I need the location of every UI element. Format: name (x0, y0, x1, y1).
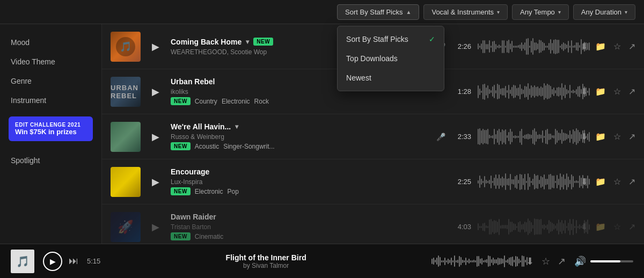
sidebar-item-mood[interactable]: Mood (0, 33, 101, 52)
share-icon[interactable]: ↗ (628, 177, 635, 187)
star-icon[interactable]: ☆ (613, 177, 621, 187)
download-icon[interactable]: ⬇ (581, 177, 588, 187)
folder-icon[interactable]: 📁 (595, 86, 606, 97)
track-thumbnail (111, 122, 141, 152)
share-icon[interactable]: ↗ (628, 41, 635, 52)
track-actions: ⬇ 📁 ☆ ↗ (581, 222, 635, 232)
sidebar-item-genre[interactable]: Genre (0, 71, 101, 91)
player-skip-button[interactable]: ⏭ (69, 255, 78, 267)
new-badge: NEW (171, 187, 191, 195)
star-icon[interactable]: ☆ (613, 222, 621, 232)
sidebar-label-mood: Mood (11, 38, 30, 47)
duration-label: Any Duration (581, 8, 621, 16)
player-track-info: Flight of the Inner Bird by Sivan Talmor (109, 253, 423, 269)
vocal-chevron-icon: ▾ (497, 9, 500, 15)
track-actions: ⬇ 📁 ☆ ↗ (581, 86, 635, 97)
tag[interactable]: Pop (228, 187, 239, 196)
sidebar-item-instrument[interactable]: Instrument (0, 91, 101, 110)
track-duration: 4:03 (452, 223, 471, 231)
player-download-icon[interactable]: ⬇ (526, 255, 534, 267)
duration-button[interactable]: Any Duration ▾ (573, 4, 635, 20)
share-icon[interactable]: ↗ (628, 131, 635, 142)
sidebar-label-video-theme: Video Theme (11, 57, 55, 66)
tag[interactable]: Country (195, 97, 217, 106)
track-duration: 2:33 (452, 133, 471, 141)
track-tags: NEW Country Electronic Rock (171, 97, 445, 106)
waveform[interactable] (478, 36, 574, 57)
track-row: ▶ Encourage Lux-Inspira NEW Electronic P… (102, 159, 644, 204)
play-button[interactable]: ▶ (147, 83, 164, 100)
dropdown-item-newest[interactable]: Newest (338, 68, 444, 87)
sidebar-label-instrument: Instrument (11, 96, 46, 105)
track-artist: Russo & Weinberg (171, 133, 430, 141)
volume-control: 🔊 (574, 255, 633, 267)
player-play-button[interactable]: ▶ (43, 252, 62, 271)
tempo-button[interactable]: Any Tempo ▾ (512, 4, 569, 20)
star-icon[interactable]: ☆ (613, 86, 621, 97)
tag[interactable]: Electronic (222, 97, 250, 106)
play-button[interactable]: ▶ (147, 38, 164, 55)
download-icon[interactable]: ⬇ (581, 86, 588, 97)
player-actions: ⬇ ☆ ↗ (526, 255, 566, 267)
player-track-artist: by Sivan Talmor (109, 262, 423, 269)
tempo-chevron-icon: ▾ (558, 9, 561, 15)
volume-fill (590, 260, 620, 262)
track-info: Encourage Lux-Inspira NEW Electronic Pop (171, 167, 445, 196)
track-artist: ikoliks (171, 88, 188, 96)
player-waveform[interactable] (431, 253, 517, 270)
volume-icon[interactable]: 🔊 (574, 255, 586, 267)
play-button[interactable]: ▶ (147, 128, 164, 145)
folder-icon[interactable]: 📁 (595, 131, 606, 142)
play-button[interactable]: ▶ (147, 173, 164, 191)
track-actions: ⬇ 📁 ☆ ↗ (581, 177, 635, 187)
sort-by-button[interactable]: Sort By Staff Picks ▲ (337, 4, 419, 20)
player-star-icon[interactable]: ☆ (541, 255, 550, 267)
waveform[interactable] (478, 126, 574, 148)
star-icon[interactable]: ☆ (613, 131, 621, 142)
folder-icon[interactable]: 📁 (595, 177, 606, 187)
dropdown-item-staff-picks[interactable]: Sort By Staff Picks ✓ (338, 30, 444, 49)
share-icon[interactable]: ↗ (628, 222, 635, 232)
waveform[interactable] (478, 216, 574, 238)
tag[interactable]: Singer-Songwrit... (223, 142, 274, 151)
player-share-icon[interactable]: ↗ (558, 255, 566, 267)
vocal-icon[interactable]: 🎤 (436, 133, 445, 141)
new-badge: NEW (171, 97, 191, 105)
tag[interactable]: Electronic (195, 187, 223, 196)
download-icon[interactable]: ⬇ (581, 222, 588, 232)
folder-icon[interactable]: 📁 (595, 222, 606, 232)
tag[interactable]: Rock (254, 97, 269, 106)
download-icon[interactable]: ⬇ (581, 131, 588, 142)
dropdown-label-2: Top Downloads (346, 54, 398, 63)
waveform[interactable] (478, 81, 574, 103)
track-duration: 2:25 (452, 178, 471, 186)
dropdown-item-top-downloads[interactable]: Top Downloads (338, 49, 444, 68)
expand-icon[interactable]: ▾ (246, 38, 249, 46)
share-icon[interactable]: ↗ (628, 86, 635, 97)
expand-icon[interactable]: ▾ (235, 123, 238, 130)
main-content: Mood Video Theme Genre Instrument EDIT C… (0, 24, 644, 244)
player-track-name: Flight of the Inner Bird (109, 253, 423, 262)
volume-slider[interactable] (590, 260, 633, 262)
track-thumbnail (111, 167, 141, 197)
folder-icon[interactable]: 📁 (595, 41, 606, 52)
spotlight-label: Spotlight (0, 148, 101, 169)
challenge-subtitle: Win $75K in prizes (15, 128, 86, 136)
track-name: Dawn Raider (171, 213, 445, 221)
tag[interactable]: Acoustic (195, 142, 219, 151)
edit-challenge-banner[interactable]: EDIT CHALLENGE 2021 Win $75K in prizes (9, 116, 93, 141)
track-thumbnail: 🎵 (111, 32, 141, 62)
track-duration: 2:26 (452, 42, 471, 50)
download-icon[interactable]: ⬇ (581, 41, 588, 52)
play-button[interactable]: ▶ (147, 218, 164, 236)
track-info: We're All Havin... ▾ Russo & Weinberg NE… (171, 122, 430, 151)
track-thumbnail: 🚀 (111, 212, 141, 242)
track-name: Encourage (171, 167, 445, 176)
track-name: We're All Havin... ▾ (171, 122, 430, 131)
star-icon[interactable]: ☆ (613, 41, 621, 52)
waveform[interactable] (478, 171, 574, 193)
sidebar-item-video-theme[interactable]: Video Theme (0, 52, 101, 71)
tag[interactable]: Cinematic (195, 232, 223, 242)
track-artist: Lux-Inspira (171, 178, 445, 186)
vocal-instruments-button[interactable]: Vocal & Instruments ▾ (423, 4, 508, 20)
